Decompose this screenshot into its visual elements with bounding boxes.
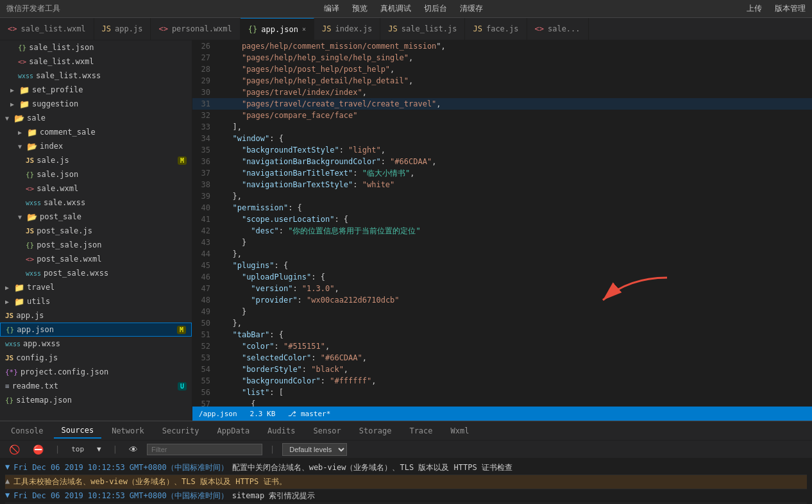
tab-close-btn[interactable]: ×: [302, 26, 306, 33]
clear-cache-btn[interactable]: 清缓存: [460, 3, 483, 14]
top-dropdown-icon[interactable]: ▼: [93, 444, 105, 455]
folder-utils[interactable]: ▶ 📁 utils: [0, 294, 192, 308]
code-line-46: 46 "uploadPlugins": {: [192, 271, 812, 283]
console-timestamp: Fri Dec 06 2019 10:12:53 GMT+0800（中国标准时间…: [13, 491, 228, 501]
json-file-icon: {}: [18, 44, 26, 52]
folder-comment-sale[interactable]: ▶ 📁 comment_sale: [0, 125, 192, 139]
tab-wxml[interactable]: Wxml: [443, 424, 477, 438]
console-line-2: ▲ 工具未校验合法域名、web-view（业务域名）、TLS 版本以及 HTTP…: [5, 475, 807, 489]
file-post-sale-wxss[interactable]: wxss post_sale.wxss: [0, 266, 192, 280]
expand-icon: ▼: [18, 143, 24, 150]
tab-sources[interactable]: Sources: [54, 423, 102, 439]
file-tree: {} sale_list.json <> sale_list.wxml wxss…: [0, 40, 192, 421]
tab-sale-more[interactable]: <> sale...: [527, 18, 589, 40]
wxml-file-icon: <>: [18, 58, 26, 66]
upload-btn[interactable]: 上传: [747, 3, 762, 14]
console-filter-input[interactable]: [147, 444, 262, 455]
version-manage-btn[interactable]: 版本管理: [775, 3, 806, 14]
folder-icon: 📁: [19, 99, 30, 109]
tab-appdata[interactable]: AppData: [210, 424, 258, 438]
log-level-select[interactable]: Default levels Verbose Info Warnings Err…: [282, 443, 347, 456]
folder-sale[interactable]: ▼ 📂 sale: [0, 111, 192, 125]
toolbar-right[interactable]: 上传 版本管理: [747, 3, 806, 14]
editor-area: 26 pages/help/comment_mission/comment_mi…: [192, 40, 812, 421]
modified-badge: M: [177, 326, 186, 334]
wxml-icon: <>: [158, 24, 167, 33]
wxss-file-icon: wxss: [26, 270, 41, 277]
toolbar-divider3: |: [270, 445, 275, 454]
file-sale-js[interactable]: JS sale.js M: [0, 153, 192, 167]
code-line-43: 43 }: [192, 237, 812, 248]
clear-console-icon[interactable]: 🚫: [5, 443, 24, 456]
pause-on-exception-icon[interactable]: ⛔: [29, 443, 47, 456]
folder-suggestion[interactable]: ▶ 📁 suggestion: [0, 97, 192, 111]
code-editor[interactable]: 26 pages/help/comment_mission/comment_mi…: [192, 40, 812, 407]
preview-btn[interactable]: 预览: [352, 3, 368, 14]
file-sitemap-json[interactable]: {} sitemap.json: [0, 393, 192, 407]
top-label[interactable]: top: [67, 444, 88, 455]
tab-sale-list-js[interactable]: JS sale_list.js: [380, 18, 465, 40]
background-btn[interactable]: 切后台: [424, 3, 447, 14]
tab-face-js[interactable]: JS face.js: [465, 18, 527, 40]
code-line-41: 41 "scope.userLocation": {: [192, 214, 812, 225]
untracked-badge: U: [178, 382, 187, 391]
code-line-34: 34 "window": {: [192, 133, 812, 144]
file-post-sale-js[interactable]: JS post_sale.js: [0, 224, 192, 238]
folder-index[interactable]: ▼ 📂 index: [0, 139, 192, 153]
code-line-26: 26 pages/help/comment_mission/comment_mi…: [192, 40, 812, 52]
toolbar-divider: |: [55, 445, 60, 454]
device-debug-btn[interactable]: 真机调试: [380, 3, 411, 14]
code-line-27: 27 "pages/help/help_single/help_single",: [192, 52, 812, 63]
file-sale-json[interactable]: {} sale.json: [0, 167, 192, 181]
compile-btn[interactable]: 编译: [324, 3, 339, 14]
tab-personal-wxml[interactable]: <> personal.wxml: [151, 18, 240, 40]
tab-audits[interactable]: Audits: [260, 424, 303, 438]
tab-app-json[interactable]: {} app.json ×: [241, 18, 314, 40]
file-app-json[interactable]: {} app.json M: [0, 323, 192, 337]
wxml-file-icon: <>: [26, 255, 34, 264]
file-sale-list-wxss[interactable]: wxss sale_list.wxss: [0, 69, 192, 83]
json-file-icon: {}: [5, 396, 13, 405]
file-post-sale-json[interactable]: {} post_sale.json: [0, 238, 192, 252]
tab-console[interactable]: Console: [3, 424, 51, 438]
tab-security[interactable]: Security: [155, 424, 207, 438]
file-sale-wxml[interactable]: <> sale.wxml: [0, 181, 192, 196]
toolbar-center[interactable]: 编译 预览 真机调试 切后台 清缓存: [324, 3, 483, 14]
code-line-52: 52 "color": "#515151",: [192, 340, 812, 352]
file-size: 2.3 KB: [250, 410, 276, 418]
tab-network[interactable]: Network: [104, 424, 152, 438]
file-sale-list-json[interactable]: {} sale_list.json: [0, 40, 192, 55]
folder-post-sale[interactable]: ▼ 📂 post_sale: [0, 210, 192, 224]
tab-index-js[interactable]: JS index.js: [314, 18, 380, 40]
tab-trace[interactable]: Trace: [402, 424, 440, 438]
toolbar-left: 微信开发者工具: [6, 3, 60, 14]
config-file-icon: {*}: [5, 368, 18, 376]
tab-sale-list-wxml[interactable]: <> sale_list.wxml: [0, 18, 94, 40]
console-timestamp: Fri Dec 06 2019 10:12:53 GMT+0800（中国标准时间…: [13, 462, 228, 473]
tab-app-js[interactable]: JS app.js: [94, 18, 151, 40]
file-project-config-json[interactable]: {*} project.config.json: [0, 365, 192, 379]
folder-set-profile[interactable]: ▶ 📁 set_profile: [0, 83, 192, 97]
json-icon: {}: [248, 25, 257, 34]
tab-storage[interactable]: Storage: [351, 424, 400, 438]
file-app-wxss[interactable]: wxss app.wxss: [0, 337, 192, 351]
file-sale-wxss[interactable]: wxss sale.wxss: [0, 196, 192, 210]
file-config-js[interactable]: JS config.js: [0, 351, 192, 365]
file-post-sale-wxml[interactable]: <> post_sale.wxml: [0, 252, 192, 266]
file-sale-list-wxml[interactable]: <> sale_list.wxml: [0, 55, 192, 69]
code-line-54: 54 "borderStyle": "black",: [192, 364, 812, 375]
folder-travel[interactable]: ▶ 📁 travel: [0, 280, 192, 294]
eye-icon[interactable]: 👁: [125, 443, 142, 456]
js-icon: JS: [388, 24, 397, 33]
code-line-50: 50 },: [192, 317, 812, 329]
file-readme-txt[interactable]: ≡ readme.txt U: [0, 379, 192, 393]
tab-sensor[interactable]: Sensor: [305, 424, 348, 438]
json-file-icon: {}: [26, 171, 34, 179]
code-line-39: 39 },: [192, 190, 812, 202]
collapse-icon: ▶: [5, 284, 12, 291]
tab-label: sale...: [548, 24, 580, 33]
file-app-js[interactable]: JS app.js: [0, 308, 192, 323]
filename: sale.wxml: [37, 184, 78, 193]
json-file-icon: {}: [26, 241, 34, 249]
tab-label: index.js: [335, 24, 373, 33]
